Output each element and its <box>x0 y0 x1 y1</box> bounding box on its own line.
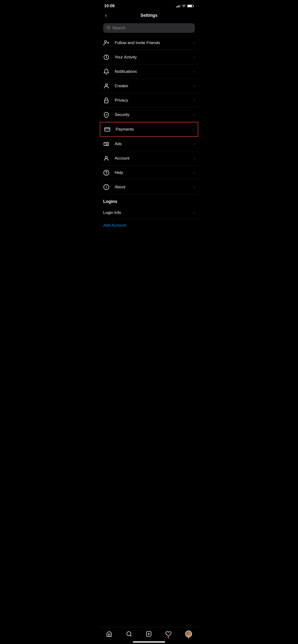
settings-item-label: Account <box>115 156 194 161</box>
chevron-icon: › <box>194 210 195 215</box>
ads-icon <box>103 141 112 147</box>
header: ‹ Settings <box>99 10 199 21</box>
add-person-icon <box>103 40 112 46</box>
settings-item-label: Your Activity <box>115 55 194 60</box>
settings-item-creator[interactable]: Creator › <box>99 79 199 93</box>
search-placeholder: Search <box>112 26 125 30</box>
chevron-icon: › <box>194 142 195 146</box>
svg-point-12 <box>105 156 107 158</box>
settings-item-payments[interactable]: Payments › <box>100 122 198 137</box>
battery-icon <box>187 4 194 8</box>
settings-item-label: Privacy <box>115 98 194 103</box>
status-time: 10:08 <box>104 4 114 8</box>
settings-item-label: Security <box>115 112 194 117</box>
settings-item-security[interactable]: Security › <box>99 108 199 122</box>
svg-point-13 <box>104 170 109 176</box>
settings-item-account[interactable]: Account › <box>99 151 199 166</box>
login-info-label: Login Info <box>103 210 121 215</box>
svg-point-7 <box>105 84 107 86</box>
settings-item-label: Follow and Invite Friends <box>115 40 194 45</box>
svg-rect-10 <box>105 128 110 131</box>
chevron-icon: › <box>193 127 194 132</box>
search-bar[interactable]: Search <box>103 23 195 33</box>
settings-item-help[interactable]: Help › <box>99 166 199 180</box>
chevron-icon: › <box>194 112 195 117</box>
settings-item-about[interactable]: About › <box>99 180 199 194</box>
svg-rect-9 <box>104 100 108 103</box>
back-button[interactable]: ‹ <box>103 12 109 20</box>
chevron-icon: › <box>194 185 195 189</box>
svg-point-0 <box>184 7 184 8</box>
chevron-icon: › <box>194 70 195 74</box>
settings-item-label: About <box>115 185 194 190</box>
settings-item-privacy[interactable]: Privacy › <box>99 93 199 108</box>
settings-item-label: Help <box>115 170 194 175</box>
chevron-icon: › <box>194 170 195 175</box>
settings-item-notifications[interactable]: Notifications › <box>99 64 199 79</box>
svg-point-3 <box>104 40 106 43</box>
settings-item-label: Creator <box>115 84 194 88</box>
chevron-icon: › <box>194 98 195 102</box>
svg-point-8 <box>107 84 108 84</box>
login-info-item[interactable]: Login Info › <box>99 206 199 219</box>
add-account-label: Add Account <box>103 223 126 228</box>
info-icon <box>103 184 112 190</box>
wifi-icon <box>182 4 186 8</box>
settings-item-label: Notifications <box>115 69 194 74</box>
signal-icon <box>176 4 181 8</box>
creator-icon <box>103 83 112 89</box>
status-icons <box>176 4 194 8</box>
settings-list: Follow and Invite Friends › Your Activit… <box>99 36 199 194</box>
chevron-icon: › <box>194 41 195 45</box>
status-bar: 10:08 <box>99 0 199 10</box>
settings-item-your-activity[interactable]: Your Activity › <box>99 50 199 64</box>
bell-icon <box>103 68 112 75</box>
shield-icon <box>103 112 112 118</box>
search-container: Search <box>99 21 199 36</box>
chevron-icon: › <box>194 55 195 60</box>
chevron-icon: › <box>194 156 195 160</box>
card-icon <box>104 126 113 132</box>
activity-icon <box>103 54 112 60</box>
svg-line-2 <box>109 28 110 29</box>
lock-icon <box>103 97 112 104</box>
settings-item-follow-invite[interactable]: Follow and Invite Friends › <box>99 36 199 50</box>
help-icon <box>103 170 112 176</box>
add-account-button[interactable]: Add Account <box>99 219 199 232</box>
chevron-icon: › <box>194 84 195 88</box>
logins-section-title: Logins <box>103 199 117 204</box>
account-icon <box>103 155 112 162</box>
search-icon <box>106 26 110 30</box>
settings-item-label: Payments <box>116 127 193 132</box>
logins-section-header: Logins <box>99 194 199 206</box>
settings-item-ads[interactable]: Ads › <box>99 137 199 151</box>
header-title: Settings <box>140 13 158 18</box>
settings-item-label: Ads <box>115 142 194 146</box>
